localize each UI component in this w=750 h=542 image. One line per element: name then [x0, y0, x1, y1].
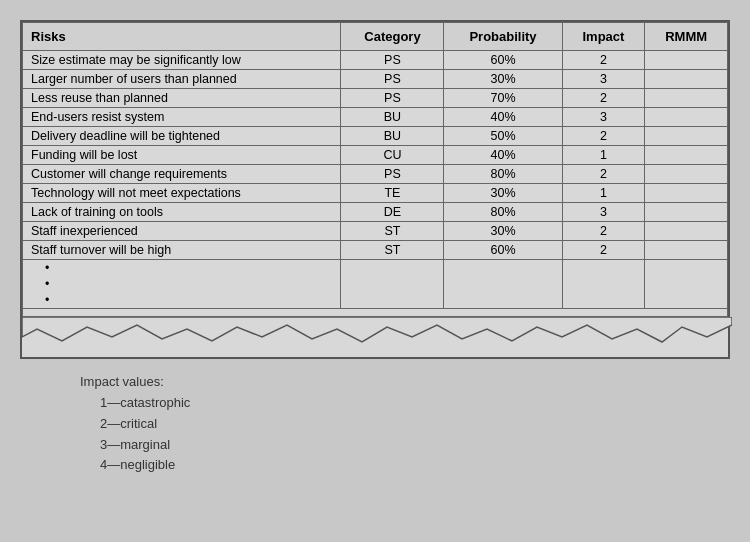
risk-rmmm	[645, 127, 728, 146]
risk-rmmm	[645, 108, 728, 127]
risk-name: Size estimate may be significantly low	[23, 51, 341, 70]
risk-rmmm	[645, 165, 728, 184]
risk-name: Funding will be lost	[23, 146, 341, 165]
legend-item: 4—negligible	[100, 455, 700, 476]
risk-name: Lack of training on tools	[23, 203, 341, 222]
risk-category: PS	[341, 51, 444, 70]
risk-probability: 40%	[444, 146, 562, 165]
dot-cell: •	[23, 292, 341, 309]
dot-cell-empty	[562, 292, 645, 309]
risk-category: PS	[341, 89, 444, 108]
risk-probability: 50%	[444, 127, 562, 146]
table-row: Staff turnover will be high ST 60% 2	[23, 241, 728, 260]
dot-cell-empty	[341, 276, 444, 292]
table-header-row: Risks Category Probability Impact RMMM	[23, 23, 728, 51]
table-row: Less reuse than planned PS 70% 2	[23, 89, 728, 108]
svg-marker-0	[22, 317, 732, 342]
dot-cell-empty	[645, 260, 728, 277]
risk-impact: 3	[562, 203, 645, 222]
risk-name: Larger number of users than planned	[23, 70, 341, 89]
risk-category: ST	[341, 241, 444, 260]
table-row: Technology will not meet expectations TE…	[23, 184, 728, 203]
torn-edge	[22, 317, 732, 357]
table-row: Lack of training on tools DE 80% 3	[23, 203, 728, 222]
header-category: Category	[341, 23, 444, 51]
risk-rmmm	[645, 184, 728, 203]
dot-cell-empty	[562, 260, 645, 277]
table-row-dot: •	[23, 276, 728, 292]
header-rmmm: RMMM	[645, 23, 728, 51]
dot-cell: •	[23, 260, 341, 277]
risk-impact: 2	[562, 241, 645, 260]
risk-category: DE	[341, 203, 444, 222]
risk-probability: 40%	[444, 108, 562, 127]
risk-probability: 80%	[444, 165, 562, 184]
risk-probability: 30%	[444, 222, 562, 241]
impact-legend: Impact values: 1—catastrophic2—critical3…	[20, 359, 730, 486]
risk-rmmm	[645, 146, 728, 165]
legend-item: 2—critical	[100, 414, 700, 435]
risk-category: BU	[341, 127, 444, 146]
risk-impact: 3	[562, 108, 645, 127]
header-probability: Probability	[444, 23, 562, 51]
risk-name: Technology will not meet expectations	[23, 184, 341, 203]
table-row: Size estimate may be significantly low P…	[23, 51, 728, 70]
risk-rmmm	[645, 241, 728, 260]
risk-name: Less reuse than planned	[23, 89, 341, 108]
table-row: Funding will be lost CU 40% 1	[23, 146, 728, 165]
dot-cell-empty	[341, 292, 444, 309]
risk-category: ST	[341, 222, 444, 241]
risk-impact: 2	[562, 127, 645, 146]
risk-impact: 2	[562, 51, 645, 70]
risk-probability: 60%	[444, 241, 562, 260]
dot-cell-empty	[562, 276, 645, 292]
risk-category: TE	[341, 184, 444, 203]
dot-cell-empty	[341, 260, 444, 277]
risk-name: Staff turnover will be high	[23, 241, 341, 260]
header-risks: Risks	[23, 23, 341, 51]
risk-impact: 2	[562, 222, 645, 241]
risk-category: PS	[341, 165, 444, 184]
legend-item: 1—catastrophic	[100, 393, 700, 414]
dot-cell: •	[23, 276, 341, 292]
risk-category: BU	[341, 108, 444, 127]
risk-impact: 2	[562, 165, 645, 184]
table-row-dot: •	[23, 260, 728, 277]
risk-impact: 1	[562, 184, 645, 203]
risk-probability: 30%	[444, 184, 562, 203]
legend-title: Impact values:	[80, 374, 700, 389]
risk-category: CU	[341, 146, 444, 165]
risk-name: Delivery deadline will be tightened	[23, 127, 341, 146]
risk-probability: 30%	[444, 70, 562, 89]
risk-rmmm	[645, 222, 728, 241]
table-row: End-users resist system BU 40% 3	[23, 108, 728, 127]
risk-rmmm	[645, 51, 728, 70]
header-impact: Impact	[562, 23, 645, 51]
risk-rmmm	[645, 70, 728, 89]
risk-impact: 2	[562, 89, 645, 108]
risk-rmmm	[645, 89, 728, 108]
dot-cell-empty	[444, 276, 562, 292]
table-row: Larger number of users than planned PS 3…	[23, 70, 728, 89]
table-row: Delivery deadline will be tightened BU 5…	[23, 127, 728, 146]
risk-table-container: Risks Category Probability Impact RMMM S…	[20, 20, 730, 359]
table-row: Staff inexperienced ST 30% 2	[23, 222, 728, 241]
dot-cell-empty	[444, 292, 562, 309]
risk-name: End-users resist system	[23, 108, 341, 127]
risk-category: PS	[341, 70, 444, 89]
risk-name: Customer will change requirements	[23, 165, 341, 184]
dot-cell-empty	[645, 276, 728, 292]
table-row-dot: •	[23, 292, 728, 309]
risk-probability: 80%	[444, 203, 562, 222]
risk-table: Risks Category Probability Impact RMMM S…	[22, 22, 728, 317]
risk-impact: 3	[562, 70, 645, 89]
risk-probability: 70%	[444, 89, 562, 108]
dot-cell-empty	[444, 260, 562, 277]
spacer-row	[23, 309, 728, 317]
legend-item: 3—marginal	[100, 435, 700, 456]
risk-probability: 60%	[444, 51, 562, 70]
risk-name: Staff inexperienced	[23, 222, 341, 241]
risk-impact: 1	[562, 146, 645, 165]
dot-cell-empty	[645, 292, 728, 309]
table-row: Customer will change requirements PS 80%…	[23, 165, 728, 184]
